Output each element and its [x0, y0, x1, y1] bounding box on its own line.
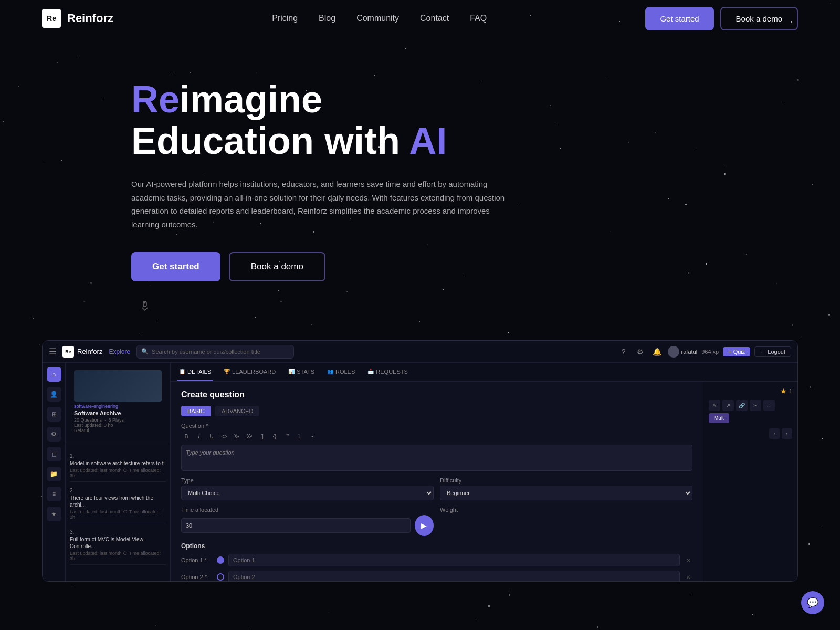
app-content: Create question BASIC ADVANCED Question … — [171, 382, 797, 581]
options-section: Options Option 1 * ✕ Option 2 * ✕ — [181, 542, 692, 581]
nav-community[interactable]: Community — [356, 14, 399, 23]
nav-buttons: Get started Book a demo — [645, 7, 798, 30]
collection-updated: Last updated: 3 ho — [74, 423, 162, 428]
scroll-down-icon — [136, 297, 153, 314]
nav-contact[interactable]: Contact — [420, 14, 449, 23]
logo-text: Reinforz — [67, 12, 113, 25]
question-input[interactable]: Type your question — [181, 445, 692, 471]
collection-image — [74, 370, 162, 402]
option-2-delete[interactable]: ✕ — [684, 573, 692, 581]
nav-book-demo-button[interactable]: Book a demo — [720, 7, 798, 30]
create-quiz-button[interactable]: + Quiz — [723, 347, 750, 356]
option-row-2: Option 2 * ✕ — [181, 571, 692, 581]
username: rafatul — [681, 349, 698, 355]
sidebar-icon-settings[interactable]: ⚙ — [47, 427, 61, 442]
form-tabs: BASIC ADVANCED — [181, 406, 692, 416]
collection-title: Software Archive — [74, 410, 162, 416]
toolbar-subscript[interactable]: X₂ — [232, 431, 242, 442]
collection-meta: 20 Questions · 6 Plays — [74, 417, 162, 423]
option-2-input[interactable] — [228, 571, 680, 581]
app-explore[interactable]: Explore — [109, 348, 130, 355]
tab-details-label: DETAILS — [187, 369, 211, 375]
nav-faq[interactable]: FAQ — [470, 14, 487, 23]
hero-section: Reimagine Education with AI Our AI-power… — [0, 37, 551, 335]
sidebar-icon-list[interactable]: ≡ — [47, 487, 61, 501]
q-text-1: Model in software architecture refers to… — [70, 460, 166, 467]
star-icon: ★ — [780, 387, 787, 395]
hero-buttons: Get started Book a demo — [131, 252, 509, 281]
form-col-weight: Weight — [440, 507, 692, 536]
tab-details[interactable]: 📋 DETAILS — [177, 363, 213, 381]
toolbar-quote[interactable]: "" — [282, 431, 292, 442]
option-1-radio[interactable] — [217, 556, 224, 564]
hero-title-line2: Education with — [131, 120, 409, 162]
nav-pricing[interactable]: Pricing — [272, 14, 298, 23]
toolbar-bold[interactable]: B — [181, 431, 192, 442]
tab-requests-label: REQUESTS — [376, 369, 408, 375]
sidebar-icon-folder[interactable]: 📁 — [47, 467, 61, 481]
question-list-item[interactable]: 1. Model in software architecture refers… — [70, 447, 166, 482]
question-list-item[interactable]: 2. There are four views from which the a… — [70, 482, 166, 523]
question-list-item[interactable]: 3. Full form of MVC is Model-View-Contro… — [70, 523, 166, 565]
app-bar-right: ? ⚙ 🔔 rafatul 964 xp + Quiz ← Logout — [617, 345, 791, 358]
tab-requests-icon: 📩 — [368, 369, 374, 374]
collection-item[interactable]: software-engineering Software Archive 20… — [70, 367, 166, 436]
form-col-difficulty: Difficulty Beginner — [440, 477, 692, 500]
q-text-3: Full form of MVC is Model-View-Controlle… — [70, 536, 166, 550]
help-icon[interactable]: ? — [617, 345, 630, 358]
tab-leaderboard[interactable]: 🏆 LEADERBOARD — [222, 363, 278, 381]
tab-details-icon: 📋 — [179, 369, 185, 374]
tab-advanced[interactable]: ADVANCED — [215, 406, 259, 416]
toolbar-list-ol[interactable]: 1. — [295, 431, 305, 442]
sidebar-icon-home[interactable]: ⌂ — [47, 367, 61, 382]
next-arrow[interactable]: › — [782, 428, 792, 439]
toolbar-bracket[interactable]: [] — [257, 431, 267, 442]
logout-button[interactable]: ← Logout — [754, 346, 791, 357]
toolbar-brace[interactable]: {} — [269, 431, 280, 442]
more-icon[interactable]: … — [763, 400, 775, 411]
nav-blog[interactable]: Blog — [319, 14, 335, 23]
toolbar-underline[interactable]: U — [206, 431, 217, 442]
option-1-input[interactable] — [228, 554, 680, 566]
settings-icon[interactable]: ⚙ — [634, 345, 647, 358]
app-search[interactable]: 🔍 Search by username or quiz/collection … — [136, 345, 294, 359]
tab-leaderboard-label: LEADERBOARD — [232, 369, 276, 375]
difficulty-select[interactable]: Beginner — [440, 486, 692, 500]
chat-bubble[interactable]: 💬 — [801, 591, 824, 614]
tab-basic[interactable]: BASIC — [181, 406, 211, 416]
option-2-radio[interactable] — [217, 573, 224, 581]
toolbar-code[interactable]: <> — [219, 431, 229, 442]
nav-get-started-button[interactable]: Get started — [645, 7, 713, 30]
share-icon[interactable]: ↗ — [722, 400, 734, 411]
scissors-icon[interactable]: ✂ — [750, 400, 761, 411]
bell-icon[interactable]: 🔔 — [651, 345, 664, 358]
prev-arrow[interactable]: ‹ — [769, 428, 780, 439]
hero-book-demo-button[interactable]: Book a demo — [229, 252, 326, 281]
sidebar-icon-users[interactable]: 👤 — [47, 387, 61, 402]
play-button[interactable]: ▶ — [415, 515, 434, 536]
toolbar-list-ul[interactable]: • — [307, 431, 318, 442]
collection-panel: software-engineering Software Archive 20… — [66, 363, 171, 581]
nav-arrows: ‹ › — [709, 428, 792, 439]
star-count: 1 — [789, 388, 792, 394]
toolbar-italic[interactable]: I — [194, 431, 204, 442]
tab-leaderboard-icon: 🏆 — [224, 369, 230, 374]
user-avatar — [668, 346, 679, 358]
type-select[interactable]: Multi Choice — [181, 486, 434, 500]
time-input[interactable] — [181, 518, 411, 533]
tab-stats[interactable]: 📊 STATS — [286, 363, 317, 381]
link-icon[interactable]: 🔗 — [736, 400, 748, 411]
tab-requests[interactable]: 📩 REQUESTS — [365, 363, 410, 381]
toolbar-superscript[interactable]: X² — [244, 431, 255, 442]
user-info: rafatul — [668, 346, 698, 358]
difficulty-label: Difficulty — [440, 477, 692, 484]
option-1-delete[interactable]: ✕ — [684, 556, 692, 564]
sidebar-icon-star[interactable]: ★ — [47, 507, 61, 521]
menu-icon[interactable]: ☰ — [49, 346, 56, 356]
mult-button[interactable]: Mult — [709, 413, 729, 423]
tab-roles[interactable]: 👥 ROLES — [325, 363, 357, 381]
edit-icon[interactable]: ✎ — [709, 400, 720, 411]
sidebar-icon-box[interactable]: ◻ — [47, 447, 61, 461]
hero-get-started-button[interactable]: Get started — [131, 252, 220, 281]
sidebar-icon-grid[interactable]: ⊞ — [47, 407, 61, 422]
